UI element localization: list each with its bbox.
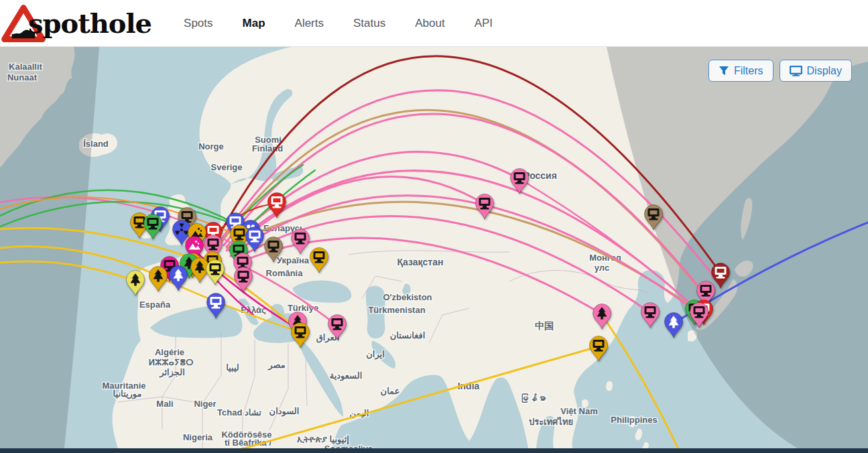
map-label: ليبيا	[226, 363, 239, 373]
map-controls: FiltersDisplay	[708, 60, 852, 82]
map-canvas: KalaallitNunaatÍslandNorgeSverigeSuomiFi…	[0, 47, 868, 448]
main-nav: SpotsMapAlertsStatusAboutAPI	[184, 17, 493, 30]
map-label: 中国	[535, 320, 554, 331]
map-label: ⵍⵣⵣⴰⵢⴻⵔ	[148, 357, 194, 367]
map-label: Norge	[198, 141, 224, 151]
nav-item-spots[interactable]: Spots	[184, 17, 212, 30]
map-label: Kalaallit	[9, 62, 43, 72]
brand-wordmark: spothole	[28, 7, 151, 39]
map-label: ايران	[366, 349, 385, 360]
map-label: Türkmenistan	[368, 305, 425, 315]
map-label: улс	[595, 263, 609, 273]
world-map[interactable]: KalaallitNunaatÍslandNorgeSverigeSuomiFi…	[0, 47, 868, 448]
map-label: موريتانيا	[113, 389, 142, 399]
map-label: ประเทศไทย	[529, 416, 573, 427]
nav-item-about[interactable]: About	[415, 17, 444, 30]
map-label: Algérie	[155, 347, 184, 357]
map-label: Nigeria	[183, 432, 213, 442]
map-label: Soomaaliya	[324, 444, 373, 448]
map-label: မြန်မာ	[520, 393, 546, 403]
map-label: افغانستان	[390, 330, 426, 340]
map-label: Philippines	[611, 415, 657, 425]
map-label: O'zbekiston	[383, 292, 432, 302]
app-logo[interactable]: spothole	[1, 3, 151, 44]
footer-bar	[0, 448, 868, 453]
header: spothole SpotsMapAlertsStatusAboutAPI	[0, 0, 868, 47]
nav-item-status[interactable]: Status	[353, 17, 385, 30]
display-icon	[790, 66, 802, 76]
map-label: السودان	[269, 406, 300, 417]
map-label: السعودية	[330, 371, 363, 381]
map-label: عمان	[381, 386, 400, 396]
nav-item-api[interactable]: API	[475, 17, 493, 30]
map-label: Việt Nam	[560, 406, 597, 416]
nav-item-map[interactable]: Map	[243, 17, 265, 30]
map-label: Sverige	[211, 162, 243, 172]
map-label: Nunaat	[7, 72, 38, 82]
filters-button[interactable]: Filters	[708, 60, 773, 82]
map-label: Ísland	[83, 139, 109, 149]
map-label: Niger	[194, 399, 216, 409]
filter-icon	[719, 66, 729, 76]
display-button[interactable]: Display	[780, 60, 852, 82]
map-label: Tchad تشاد	[217, 407, 261, 417]
map-label: مصر	[267, 360, 285, 371]
nav-item-alerts[interactable]: Alerts	[295, 17, 324, 30]
map-label: Қазақстан	[397, 257, 444, 267]
map-label: Mali	[156, 399, 173, 409]
map-label: الجزائر	[159, 367, 185, 378]
map-label: România	[266, 268, 304, 278]
map-label: España	[139, 300, 171, 310]
map-label: Україна	[277, 255, 310, 265]
